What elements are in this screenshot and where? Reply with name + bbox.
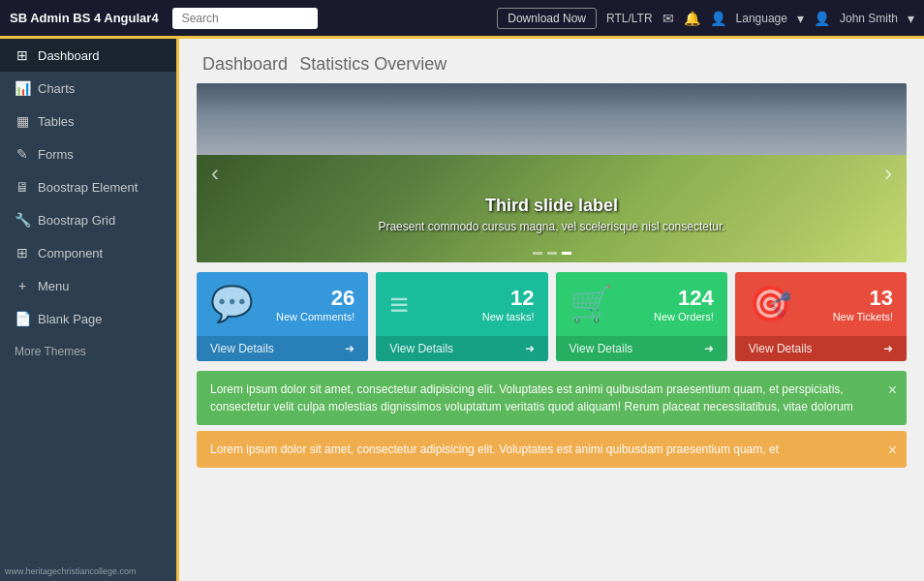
- stat-card-comments-body: 💬 26 New Comments!: [197, 272, 368, 336]
- alert-yellow-close[interactable]: ×: [888, 439, 897, 462]
- topnav: SB Admin BS 4 Angular4 Download Now RTL/…: [0, 0, 924, 39]
- tasks-label: New tasks!: [482, 311, 535, 322]
- sidebar-label-charts: Charts: [38, 81, 75, 96]
- alert-green: Lorem ipsum dolor sit amet, consectetur …: [197, 371, 907, 425]
- tasks-footer-label: View Details: [389, 342, 453, 355]
- sidebar-item-blank-page[interactable]: 📄 Blank Page: [0, 302, 176, 335]
- carousel-caption-text: Praesent commodo cursus magna, vel scele…: [267, 220, 835, 233]
- sidebar-item-menu[interactable]: + Menu: [0, 269, 176, 302]
- topnav-right: Download Now RTL/LTR ✉ 🔔 👤 Language ▾ 👤 …: [497, 8, 914, 29]
- page-title: Dashboard: [202, 54, 288, 74]
- alert-green-close[interactable]: ×: [888, 379, 897, 402]
- bootstrap-grid-icon: 🔧: [15, 212, 30, 228]
- page-subtitle: Statistics Overview: [299, 54, 447, 74]
- orders-icon: 🛒: [570, 284, 613, 324]
- carousel-dot-3[interactable]: [562, 252, 571, 255]
- sidebar-label-component: Component: [38, 246, 103, 260]
- comments-icon: 💬: [210, 284, 254, 324]
- sidebar-label-tables: Tables: [38, 114, 75, 129]
- language-dropdown[interactable]: Language: [736, 12, 787, 25]
- stat-text-comments: 26 New Comments!: [276, 286, 354, 322]
- sidebar-label-dashboard: Dashboard: [38, 48, 100, 63]
- sidebar-item-charts[interactable]: 📊 Charts: [0, 72, 176, 105]
- blank-page-icon: 📄: [15, 311, 30, 326]
- alert-green-text: Lorem ipsum dolor sit amet, consectetur …: [210, 382, 853, 413]
- menu-icon: +: [15, 278, 30, 293]
- comments-footer[interactable]: View Details ➜: [197, 336, 368, 361]
- tasks-footer[interactable]: View Details ➜: [376, 336, 547, 361]
- tickets-footer-label: View Details: [749, 342, 813, 355]
- tickets-label: New Tickets!: [833, 311, 893, 322]
- sidebar-label-bootstrap-element: Boostrap Element: [38, 180, 138, 195]
- sidebar-label-bootstrap-grid: Boostrap Grid: [38, 213, 115, 228]
- sidebar-item-tables[interactable]: ▦ Tables: [0, 105, 176, 138]
- sidebar-label-blank-page: Blank Page: [38, 312, 103, 326]
- sidebar-label-forms: Forms: [38, 147, 74, 162]
- chevron-down-icon: ▾: [797, 11, 804, 26]
- stat-card-orders-body: 🛒 124 New Orders!: [556, 272, 727, 336]
- charts-icon: 📊: [15, 80, 30, 96]
- sidebar-item-component[interactable]: ⊞ Component: [0, 236, 176, 269]
- rtl-ltr-button[interactable]: RTL/LTR: [606, 12, 653, 25]
- email-icon[interactable]: ✉: [662, 11, 674, 26]
- orders-footer-label: View Details: [570, 342, 633, 355]
- forms-icon: ✎: [15, 146, 30, 162]
- watermark: www.heritagechristiancollege.com: [5, 566, 137, 576]
- tasks-icon: ≡: [389, 288, 409, 321]
- alerts: Lorem ipsum dolor sit amet, consectetur …: [197, 371, 907, 468]
- orders-number: 124: [654, 286, 714, 311]
- stat-text-tasks: 12 New tasks!: [482, 286, 535, 322]
- carousel-next-button[interactable]: ›: [879, 155, 897, 192]
- user-icon: 👤: [814, 11, 830, 26]
- user-chevron-icon: ▾: [908, 11, 914, 26]
- user-name[interactable]: John Smith: [840, 12, 898, 25]
- stat-text-orders: 124 New Orders!: [654, 286, 714, 322]
- sidebar: ⊞ Dashboard 📊 Charts ▦ Tables ✎ Forms 🖥 …: [0, 39, 179, 581]
- tickets-arrow-icon: ➜: [883, 342, 893, 355]
- comments-number: 26: [276, 286, 354, 311]
- sidebar-label-menu: Menu: [38, 279, 70, 293]
- sidebar-item-forms[interactable]: ✎ Forms: [0, 138, 176, 170]
- stat-card-tickets: 🎯 13 New Tickets! View Details ➜: [735, 272, 907, 361]
- brand-label: SB Admin BS 4 Angular4: [10, 11, 159, 25]
- layout: ⊞ Dashboard 📊 Charts ▦ Tables ✎ Forms 🖥 …: [0, 39, 924, 581]
- tickets-footer[interactable]: View Details ➜: [735, 336, 907, 361]
- stat-card-orders: 🛒 124 New Orders! View Details ➜: [556, 272, 727, 361]
- tickets-icon: 🎯: [749, 284, 792, 324]
- bell-icon[interactable]: 🔔: [684, 11, 700, 26]
- carousel-dot-1[interactable]: [533, 252, 542, 255]
- stat-card-comments: 💬 26 New Comments! View Details ➜: [197, 272, 368, 361]
- tables-icon: ▦: [15, 113, 30, 129]
- tasks-number: 12: [482, 286, 535, 311]
- search-input[interactable]: [172, 8, 318, 29]
- comments-arrow-icon: ➜: [345, 342, 354, 355]
- stat-cards: 💬 26 New Comments! View Details ➜ ≡ 12: [197, 272, 907, 361]
- carousel-prev-button[interactable]: ‹: [206, 155, 224, 192]
- sidebar-item-dashboard[interactable]: ⊞ Dashboard: [0, 39, 176, 72]
- main-content: Dashboard Statistics Overview ‹ › Third …: [179, 39, 924, 581]
- carousel-indicators: [533, 252, 571, 255]
- dashboard-icon: ⊞: [15, 47, 30, 63]
- download-button[interactable]: Download Now: [497, 8, 597, 29]
- stat-card-tasks: ≡ 12 New tasks! View Details ➜: [376, 272, 547, 361]
- sidebar-item-bootstrap-element[interactable]: 🖥 Boostrap Element: [0, 170, 176, 203]
- alert-yellow-text: Lorem ipsum dolor sit amet, consectetur …: [210, 443, 779, 456]
- carousel-caption-title: Third slide label: [267, 196, 835, 216]
- alert-yellow: Lorem ipsum dolor sit amet, consectetur …: [197, 431, 907, 468]
- tickets-number: 13: [833, 286, 893, 311]
- carousel-dot-2[interactable]: [547, 252, 557, 255]
- tasks-arrow-icon: ➜: [525, 342, 535, 355]
- orders-footer[interactable]: View Details ➜: [556, 336, 727, 361]
- orders-label: New Orders!: [654, 311, 714, 322]
- user-avatar-icon: 👤: [710, 11, 726, 26]
- component-icon: ⊞: [15, 245, 30, 260]
- orders-arrow-icon: ➜: [704, 342, 714, 355]
- more-themes-link[interactable]: More Themes: [0, 335, 176, 368]
- carousel-caption: Third slide label Praesent commodo cursu…: [267, 196, 835, 233]
- stat-text-tickets: 13 New Tickets!: [833, 286, 893, 322]
- sidebar-item-bootstrap-grid[interactable]: 🔧 Boostrap Grid: [0, 203, 176, 236]
- comments-label: New Comments!: [276, 311, 354, 322]
- carousel-image: [197, 83, 907, 262]
- comments-footer-label: View Details: [210, 342, 274, 355]
- carousel: ‹ › Third slide label Praesent commodo c…: [197, 83, 907, 262]
